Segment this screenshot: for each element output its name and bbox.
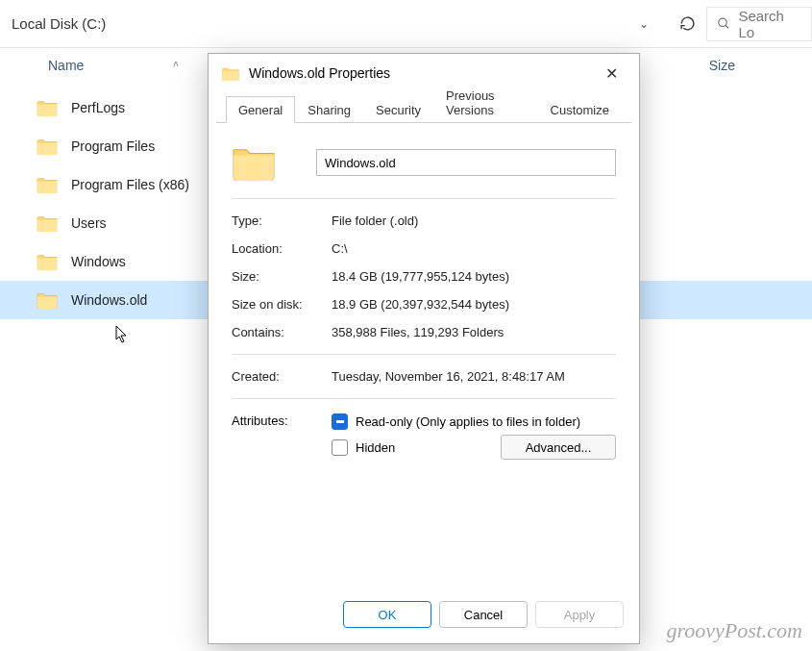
properties-dialog: Windows.old Properties ✕ General Sharing…: [208, 53, 640, 644]
label-type: Type:: [232, 213, 332, 228]
value-created: Tuesday, November 16, 2021, 8:48:17 AM: [332, 369, 616, 384]
checkbox-indeterminate-icon: [332, 413, 348, 430]
folder-icon: [232, 144, 276, 181]
folder-name-input[interactable]: [316, 149, 616, 176]
value-contains: 358,988 Files, 119,293 Folders: [332, 325, 616, 339]
value-size: 18.4 GB (19,777,955,124 bytes): [332, 269, 616, 284]
tab-previous-versions[interactable]: Previous Versions: [433, 82, 538, 123]
divider: [232, 398, 616, 399]
address-path: Local Disk (C:): [12, 15, 106, 32]
tab-security[interactable]: Security: [363, 96, 433, 123]
search-placeholder: Search Lo: [738, 8, 801, 40]
folder-icon: [37, 99, 58, 116]
tab-customize[interactable]: Customize: [538, 96, 622, 123]
search-input[interactable]: Search Lo: [706, 7, 812, 41]
watermark: groovyPost.com: [666, 618, 802, 643]
value-type: File folder (.old): [332, 213, 616, 228]
svg-line-1: [726, 25, 728, 28]
label-created: Created:: [232, 369, 332, 384]
folder-icon: [37, 214, 58, 232]
cancel-button[interactable]: Cancel: [439, 601, 528, 628]
label-contains: Contains:: [232, 325, 332, 339]
svg-point-0: [719, 18, 726, 26]
readonly-checkbox[interactable]: Read-only (Only applies to files in fold…: [332, 413, 616, 430]
folder-icon: [37, 291, 58, 309]
divider: [232, 354, 616, 355]
folder-icon: [37, 176, 58, 193]
search-icon: [717, 16, 730, 31]
dialog-title: Windows.old Properties: [249, 65, 390, 81]
label-size-on-disk: Size on disk:: [232, 297, 332, 312]
cursor-icon: [115, 325, 131, 344]
tab-strip: General Sharing Security Previous Versio…: [216, 92, 631, 123]
divider: [232, 198, 616, 199]
address-bar[interactable]: Local Disk (C:) ⌄: [0, 7, 660, 41]
folder-icon: [222, 66, 239, 81]
label-size: Size:: [232, 269, 332, 284]
tab-sharing[interactable]: Sharing: [295, 96, 363, 123]
column-size[interactable]: Size: [709, 58, 735, 73]
label-location: Location:: [232, 241, 332, 256]
dialog-titlebar[interactable]: Windows.old Properties ✕: [209, 54, 639, 92]
value-size-on-disk: 18.9 GB (20,397,932,544 bytes): [332, 297, 616, 312]
folder-icon: [37, 253, 58, 270]
ok-button[interactable]: OK: [343, 601, 431, 628]
value-location: C:\: [332, 241, 616, 256]
folder-icon: [37, 138, 58, 155]
apply-button[interactable]: Apply: [535, 601, 624, 628]
chevron-down-icon[interactable]: ⌄: [639, 17, 649, 31]
sort-indicator-icon: ʌ: [173, 58, 179, 68]
close-button[interactable]: ✕: [598, 61, 626, 87]
checkbox-empty-icon: [332, 439, 348, 456]
advanced-button[interactable]: Advanced...: [501, 435, 616, 460]
refresh-button[interactable]: [668, 7, 706, 41]
tab-general[interactable]: General: [226, 96, 295, 123]
label-attributes: Attributes:: [232, 413, 332, 428]
